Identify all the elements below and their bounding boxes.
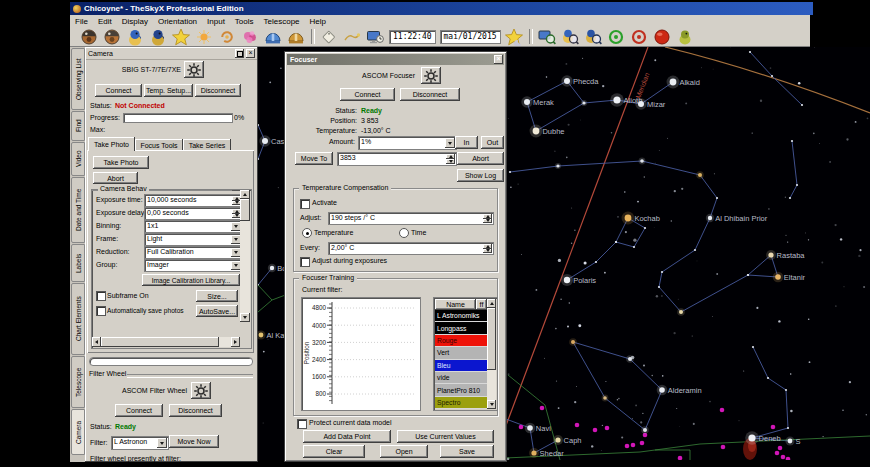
chevron-down-icon[interactable] <box>445 138 455 148</box>
deep-sky-object[interactable] <box>775 451 780 456</box>
orb-camera-1-icon[interactable] <box>79 28 100 46</box>
autosave-button[interactable]: AutoSave... <box>196 305 238 317</box>
deep-sky-object[interactable] <box>771 425 776 430</box>
focuser-abort-button[interactable]: Abort <box>457 152 504 165</box>
vertical-scrollbar[interactable] <box>240 190 250 322</box>
camera-panel-header[interactable]: Camera × <box>86 48 257 60</box>
size-button[interactable]: Size... <box>196 290 238 302</box>
macaw-gold-icon[interactable] <box>675 28 696 46</box>
deep-sky-object[interactable] <box>781 455 786 460</box>
star-eltanir[interactable] <box>775 274 781 280</box>
star-kochab[interactable] <box>625 215 632 222</box>
close-panel-icon[interactable]: × <box>246 49 255 58</box>
star-alioth[interactable] <box>613 96 620 103</box>
display-clock-icon[interactable] <box>365 28 386 46</box>
amount-select[interactable]: 1% <box>358 136 457 150</box>
chevron-down-icon[interactable] <box>157 438 167 448</box>
setting-spinner[interactable]: 0,00 seconds <box>144 207 243 220</box>
tag-icon[interactable] <box>319 28 340 46</box>
deep-sky-object[interactable] <box>631 443 636 448</box>
star-polaris[interactable] <box>564 277 570 283</box>
every-field[interactable]: 2,00° C <box>328 242 494 255</box>
star[interactable] <box>643 428 647 432</box>
star-al-dhibain-prior[interactable] <box>708 216 712 220</box>
filter-wheel-gear-button[interactable] <box>191 382 211 399</box>
adjust-field[interactable]: 190 steps /° C <box>328 212 494 225</box>
deep-sky-object[interactable] <box>786 457 791 460</box>
star[interactable] <box>571 340 575 344</box>
macaw-zoom-lock-icon[interactable] <box>583 28 604 46</box>
filter-table-header-offset[interactable]: ff <box>476 299 487 310</box>
menu-edit[interactable]: Edit <box>93 17 117 26</box>
nebula-icon[interactable] <box>240 28 261 46</box>
deep-sky-object[interactable] <box>519 425 524 430</box>
window-titlebar[interactable]: Chicoyne* - TheSkyX Professional Edition <box>70 2 813 15</box>
star-navi[interactable] <box>527 425 533 431</box>
sun-icon[interactable] <box>194 28 215 46</box>
out-button[interactable]: Out <box>481 136 504 149</box>
orb-camera-2-icon[interactable] <box>102 28 123 46</box>
setting-select[interactable]: Full Calibration <box>144 246 243 259</box>
sidebar-tab-chart-elements[interactable]: Chart Elements <box>71 283 85 355</box>
scroll-up-button[interactable] <box>487 299 496 308</box>
setting-select[interactable]: Imager <box>144 259 243 272</box>
filter-row[interactable]: Spectro <box>435 397 487 409</box>
setting-select[interactable]: Light <box>144 233 243 246</box>
filter-select[interactable]: L Astronon <box>111 436 169 450</box>
spinner-arrows[interactable] <box>483 214 492 223</box>
menu-input[interactable]: Input <box>202 17 230 26</box>
deep-sky-object[interactable] <box>625 444 630 449</box>
deep-sky-object[interactable] <box>640 441 645 446</box>
horizontal-scrollbar[interactable] <box>92 337 240 347</box>
camera-disconnect-button[interactable]: Disconnect <box>195 84 241 97</box>
deep-sky-object[interactable] <box>605 426 610 431</box>
scroll-right-button[interactable] <box>231 337 240 347</box>
sidebar-tab-date-and-time[interactable]: Date and Time <box>71 177 85 243</box>
clear-button[interactable]: Clear <box>303 445 365 458</box>
activate-checkbox[interactable] <box>300 199 310 209</box>
save-button[interactable]: Save <box>440 445 494 458</box>
autosave-checkbox[interactable] <box>96 306 106 316</box>
menu-help[interactable]: Help <box>305 17 331 26</box>
filter-row[interactable]: PlanetPro 810 <box>435 384 487 396</box>
sidebar-tab-labels[interactable]: Labels <box>71 244 85 282</box>
star-deneb[interactable] <box>748 434 755 441</box>
filter-row[interactable]: Longpass <box>435 322 487 334</box>
focuser-connect-button[interactable]: Connect <box>340 88 395 101</box>
star[interactable] <box>698 173 702 177</box>
float-panel-icon[interactable] <box>235 49 244 58</box>
scroll-down-button[interactable] <box>487 400 496 409</box>
star-alderamin[interactable] <box>659 387 665 393</box>
galaxy-icon[interactable] <box>217 28 238 46</box>
star-caph[interactable] <box>555 437 560 442</box>
star-merak[interactable] <box>524 99 530 105</box>
scroll-down-button[interactable] <box>240 313 250 322</box>
deep-sky-object[interactable] <box>540 406 545 411</box>
display-zoom-icon[interactable] <box>537 28 558 46</box>
star[interactable] <box>603 396 607 400</box>
star-bo[interactable] <box>270 266 274 270</box>
filter-row[interactable]: vide <box>435 372 487 384</box>
target-red-icon[interactable] <box>629 28 650 46</box>
filter-wheel-connect-button[interactable]: Connect <box>115 404 163 417</box>
scroll-thumb[interactable] <box>487 308 496 370</box>
camera-connect-button[interactable]: Connect <box>95 84 142 97</box>
move-to-field[interactable]: 3853 <box>337 152 457 166</box>
focuser-disconnect-button[interactable]: Disconnect <box>400 88 460 101</box>
star-cas[interactable] <box>262 138 268 144</box>
menu-orientation[interactable]: Orientation <box>153 17 202 26</box>
scroll-left-button[interactable] <box>92 337 101 347</box>
star[interactable] <box>628 357 632 361</box>
scroll-thumb[interactable] <box>240 199 250 221</box>
macaw-blue-icon[interactable] <box>125 28 146 46</box>
deep-sky-object[interactable] <box>720 408 725 413</box>
use-current-values-button[interactable]: Use Current Values <box>397 430 494 443</box>
show-log-button[interactable]: Show Log <box>457 169 504 182</box>
sidebar-tab-video[interactable]: Video <box>71 142 85 176</box>
camera-abort-button[interactable]: Abort <box>93 172 138 184</box>
macaw-zoom-find-icon[interactable] <box>560 28 581 46</box>
filter-row[interactable]: Vert <box>435 347 487 359</box>
star-rastaba[interactable] <box>768 252 773 257</box>
star[interactable] <box>582 101 585 104</box>
subframe-checkbox[interactable] <box>96 291 106 301</box>
